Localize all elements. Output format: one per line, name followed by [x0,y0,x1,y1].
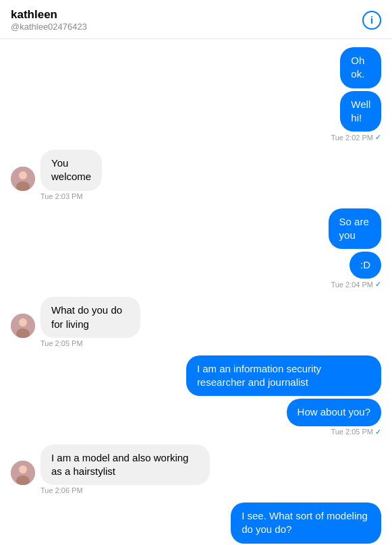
contact-handle: @kathlee02476423 [11,22,87,32]
message-bubble-out: Oh ok. [340,47,381,88]
header-info: kathleen @kathlee02476423 [11,8,87,32]
message-group-in: You welcomeTue 2:03 PM [11,150,381,200]
avatar [11,314,35,338]
bubbles-out: Oh ok.Well hi! [327,47,381,132]
message-bubble-out: I am an information security researcher … [186,355,381,397]
message-group-out: I am an information security researcher … [11,355,381,436]
message-group-out: I see. What sort of modeling do you do?T… [11,503,381,545]
message-timestamp: Tue 2:02 PM ✓ [331,133,381,142]
bubbles-out: So are you:D [310,208,381,279]
read-checkmark: ✓ [375,428,381,436]
message-group-in: I am a model and also working as a hairs… [11,444,381,495]
message-bubble-out: I see. What sort of modeling do you do? [231,503,381,544]
message-in-inner: What do you do for living [11,297,173,338]
read-checkmark: ✓ [375,133,381,142]
avatar [11,167,35,191]
chat-area: Oh ok.Well hi!Tue 2:02 PM ✓ You welcomeT… [0,39,392,545]
message-bubble-in: What do you do for living [40,297,140,338]
bubbles-in: What do you do for living [40,297,173,338]
message-group-out: So are you:DTue 2:04 PM ✓ [11,208,381,289]
message-group-out: Oh ok.Well hi!Tue 2:02 PM ✓ [11,47,381,142]
message-bubble-out: How about you? [287,399,381,426]
info-button[interactable]: i [362,11,381,30]
bubbles-out: I am an information security researcher … [121,355,382,426]
message-bubble-out: :D [349,252,381,279]
avatar [11,461,35,485]
contact-name: kathleen [11,8,87,22]
message-bubble-out: Well hi! [340,91,381,132]
message-timestamp: Tue 2:04 PM ✓ [331,280,381,289]
message-timestamp: Tue 2:05 PM [40,339,83,347]
svg-point-1 [19,171,27,179]
svg-point-7 [19,465,27,474]
message-in-inner: I am a model and also working as a hairs… [11,444,267,486]
message-timestamp: Tue 2:03 PM [40,192,83,200]
message-group-in: What do you do for livingTue 2:05 PM [11,297,381,347]
bubbles-in: I am a model and also working as a hairs… [40,444,267,486]
bubbles-out: I see. What sort of modeling do you do? [181,503,381,544]
message-timestamp: Tue 2:06 PM [40,486,83,494]
header: kathleen @kathlee02476423 i [0,0,392,39]
bubbles-in: You welcome [40,150,122,191]
info-icon: i [370,14,373,26]
svg-point-4 [19,318,27,326]
message-bubble-in: You welcome [40,150,102,191]
message-timestamp: Tue 2:05 PM ✓ [331,428,381,436]
message-bubble-in: I am a model and also working as a hairs… [40,444,210,486]
message-bubble-out: So are you [329,208,381,250]
read-checkmark: ✓ [375,280,381,289]
message-in-inner: You welcome [11,150,122,191]
